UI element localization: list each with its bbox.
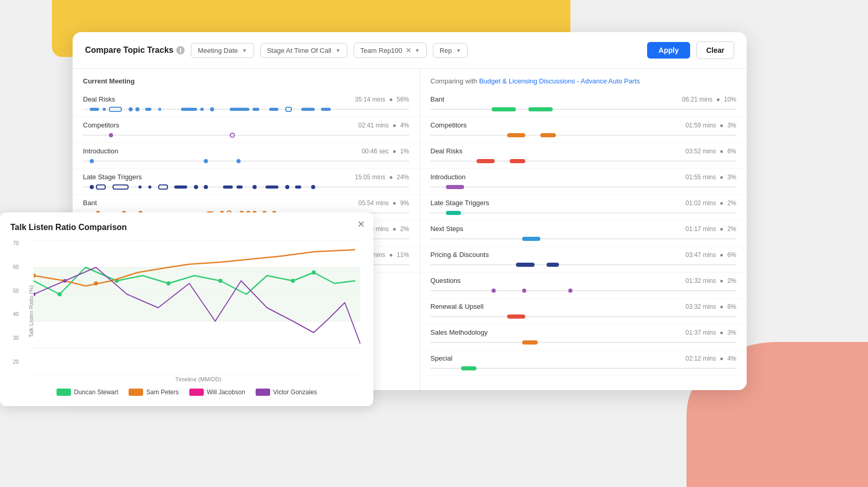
topic-stats: 01:17 mins ● 2% — [685, 225, 736, 233]
table-row: Bant 06:21 mins ● 10% — [420, 91, 747, 117]
legend-label: Victor Gonzales — [273, 389, 317, 396]
apply-button[interactable]: Apply — [647, 42, 690, 59]
topic-stats: 01:32 mins ● 2% — [685, 277, 736, 284]
comparing-prefix: Comparing with — [430, 77, 477, 85]
table-row: Competitors 01:59 mins ● 3% — [420, 117, 747, 143]
topic-stats: 03:32 mins ● 6% — [685, 303, 736, 310]
track-line — [430, 210, 736, 216]
rep-label: Rep — [440, 47, 452, 54]
info-icon[interactable]: ℹ — [176, 46, 185, 54]
clear-button[interactable]: Clear — [696, 41, 734, 59]
meeting-date-label: Meeting Date — [198, 47, 237, 54]
topic-name: Bant — [430, 95, 444, 103]
table-row: Introduction 00:46 sec ● 1% — [73, 143, 419, 169]
svg-point-11 — [291, 279, 295, 283]
legend-swatch — [189, 389, 204, 396]
y-axis-label: Talk Listen Ratio (%) — [28, 285, 34, 338]
team-remove-icon[interactable]: ✕ — [405, 46, 412, 54]
chart-container: 70 60 50 40 30 20 — [34, 240, 358, 375]
chart-svg: 09/09 09/18 10/01 10/10 10/16 10/23 11/0… — [34, 240, 360, 375]
topic-stats: 00:46 sec ● 1% — [362, 148, 409, 155]
svg-point-10 — [218, 279, 222, 283]
track-line — [430, 236, 736, 242]
card-title: Compare Topic Tracks ℹ — [85, 46, 185, 55]
table-row: Late Stage Triggers 01:02 mins ● 2% — [420, 195, 747, 221]
topic-name: Pricing & Discounts — [430, 251, 489, 259]
comparing-link[interactable]: Budget & Licensing Discussions - Advance… — [479, 77, 640, 85]
team-chevron-icon[interactable]: ▼ — [415, 48, 420, 53]
table-row: Deal Risks 03:52 mins ● 6% — [420, 143, 747, 169]
legend-swatch — [256, 389, 270, 396]
x-axis-label: Timeline (MM/DD) — [34, 376, 363, 382]
rep-chevron-icon: ▼ — [456, 48, 461, 53]
topic-name: Special — [430, 354, 453, 362]
left-panel-title: Current Meeting — [73, 77, 419, 91]
comparing-header: Comparing with Budget & Licensing Discus… — [420, 77, 747, 91]
list-item: Victor Gonzales — [256, 389, 317, 396]
topic-stats: 05:54 mins ● 9% — [358, 199, 409, 207]
topic-name: Introduction — [83, 147, 118, 155]
meeting-date-chevron-icon: ▼ — [242, 48, 247, 53]
tlr-card: ✕ Talk Listen Ratio Comparison Talk List… — [0, 212, 373, 406]
track-line — [83, 132, 409, 138]
rep-filter[interactable]: Rep ▼ — [433, 43, 468, 58]
topic-name: Late Stage Triggers — [430, 199, 489, 207]
right-panel: Comparing with Budget & Licensing Discus… — [420, 69, 747, 390]
topic-name: Late Stage Triggers — [83, 173, 142, 181]
topic-stats: 06:21 mins ● 10% — [682, 96, 736, 103]
legend-label: Will Jacobson — [207, 389, 245, 396]
svg-point-7 — [58, 292, 62, 296]
list-item: Duncan Stewart — [57, 389, 118, 396]
table-row: Late Stage Triggers 15:05 mins ● 24% — [73, 169, 419, 195]
topic-stats: 01:59 mins ● 3% — [685, 122, 736, 129]
track-line — [83, 106, 409, 112]
table-row: Special 02:12 mins ● 4% — [420, 350, 747, 376]
svg-point-9 — [166, 281, 171, 285]
table-row: Deal Risks 35:14 mins ● 56% — [73, 91, 419, 117]
topic-name: Next Steps — [430, 225, 464, 233]
topic-name: Competitors — [83, 121, 119, 129]
topic-name: Competitors — [430, 121, 467, 129]
table-row: Introduction 01:55 mins ● 3% — [420, 169, 747, 195]
topic-name: Deal Risks — [83, 95, 115, 103]
topic-stats: 03:52 mins ● 6% — [685, 148, 736, 155]
track-line — [430, 158, 736, 164]
track-line — [430, 184, 736, 190]
table-row: Sales Methodology 01:37 mins ● 3% — [420, 324, 747, 350]
list-item: Will Jacobson — [189, 389, 245, 396]
team-label: Team Rep100 — [360, 47, 402, 54]
track-line — [430, 339, 736, 346]
legend-swatch — [57, 389, 71, 396]
topic-name: Renewal & Upsell — [430, 303, 484, 310]
tlr-title: Talk Listen Ratio Comparison — [10, 223, 363, 232]
topic-stats: 02:41 mins ● 4% — [358, 122, 409, 129]
track-line — [83, 158, 409, 164]
meeting-date-filter[interactable]: Meeting Date ▼ — [191, 43, 254, 58]
topic-stats: 35:14 mins ● 56% — [355, 96, 409, 103]
topic-name: Questions — [430, 277, 461, 284]
legend-swatch — [129, 389, 143, 396]
svg-point-14 — [94, 281, 98, 285]
track-line — [83, 184, 409, 190]
team-filter-chip[interactable]: Team Rep100 ✕ ▼ — [354, 42, 427, 58]
track-line — [430, 288, 736, 294]
table-row: Competitors 02:41 mins ● 4% — [73, 117, 419, 143]
y-axis-ticks: 70 60 50 40 30 20 — [13, 240, 19, 365]
track-line — [430, 313, 736, 320]
track-line — [430, 132, 736, 138]
card-header: Compare Topic Tracks ℹ Meeting Date ▼ St… — [73, 32, 747, 69]
topic-name: Introduction — [430, 173, 466, 181]
stage-label: Stage At Time Of Call — [267, 47, 331, 54]
topic-stats: 01:37 mins ● 3% — [685, 329, 736, 336]
legend-label: Sam Peters — [146, 389, 179, 396]
topic-stats: 02:12 mins ● 4% — [685, 355, 736, 362]
stage-filter[interactable]: Stage At Time Of Call ▼ — [260, 43, 347, 58]
topic-stats: 01:02 mins ● 2% — [685, 199, 736, 207]
table-row: Questions 01:32 mins ● 2% — [420, 273, 747, 298]
topic-name: Deal Risks — [430, 147, 463, 155]
topic-stats: 03:47 mins ● 6% — [685, 251, 736, 259]
tlr-close-button[interactable]: ✕ — [357, 219, 365, 230]
chart-legend: Duncan Stewart Sam Peters Will Jacobson … — [10, 389, 363, 396]
svg-point-16 — [63, 279, 67, 283]
topic-stats: 01:55 mins ● 3% — [685, 174, 736, 181]
